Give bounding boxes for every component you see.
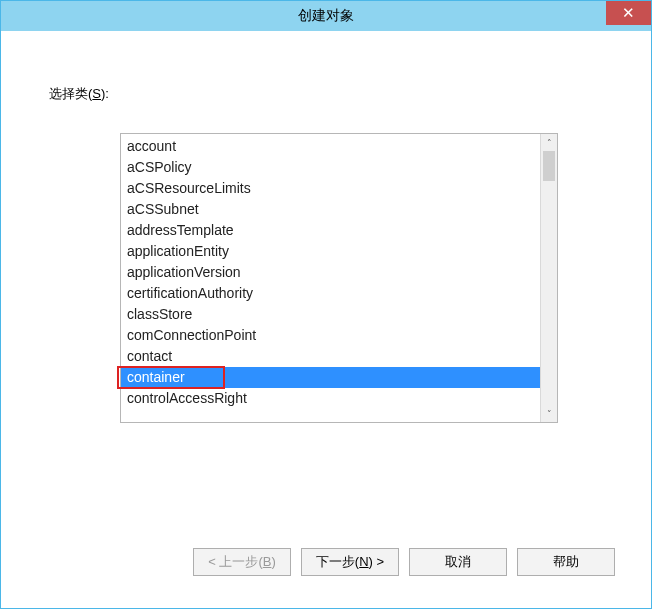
label-prefix: 选择类( (49, 86, 92, 101)
list-item[interactable]: container (121, 367, 540, 388)
inner-area: 选择类(S): accountaCSPolicyaCSResourceLimit… (15, 45, 637, 532)
list-item[interactable]: certificationAuthority (121, 283, 540, 304)
list-item[interactable]: comConnectionPoint (121, 325, 540, 346)
dialog-window: 创建对象 ✕ 选择类(S): accountaCSPolicyaCSResour… (0, 0, 652, 609)
content-area: 选择类(S): accountaCSPolicyaCSResourceLimit… (1, 31, 651, 608)
chevron-down-icon: ˅ (547, 409, 552, 419)
next-button[interactable]: 下一步(N) > (301, 548, 399, 576)
list-inner: accountaCSPolicyaCSResourceLimitsaCSSubn… (121, 134, 540, 422)
cancel-button[interactable]: 取消 (409, 548, 507, 576)
back-pre: < 上一步( (208, 554, 263, 569)
next-post: ) > (369, 554, 385, 569)
button-row: < 上一步(B) 下一步(N) > 取消 帮助 (15, 532, 637, 594)
close-icon: ✕ (622, 4, 635, 22)
help-button[interactable]: 帮助 (517, 548, 615, 576)
list-item[interactable]: classStore (121, 304, 540, 325)
list-item[interactable]: contact (121, 346, 540, 367)
list-item[interactable]: aCSSubnet (121, 199, 540, 220)
scroll-up-button[interactable]: ˄ (541, 134, 557, 151)
next-pre: 下一步( (316, 554, 359, 569)
list-item[interactable]: addressTemplate (121, 220, 540, 241)
next-mnemonic: N (359, 554, 368, 569)
list-item[interactable]: aCSResourceLimits (121, 178, 540, 199)
back-button[interactable]: < 上一步(B) (193, 548, 291, 576)
chevron-up-icon: ˄ (547, 138, 552, 148)
list-item[interactable]: account (121, 136, 540, 157)
label-suffix: ): (101, 86, 109, 101)
class-listbox[interactable]: accountaCSPolicyaCSResourceLimitsaCSSubn… (120, 133, 558, 423)
list-item[interactable]: applicationVersion (121, 262, 540, 283)
scroll-down-button[interactable]: ˅ (541, 405, 557, 422)
label-mnemonic: S (92, 86, 101, 101)
scrollbar-vertical[interactable]: ˄ ˅ (540, 134, 557, 422)
select-class-label: 选择类(S): (49, 85, 607, 103)
title-bar: 创建对象 ✕ (1, 1, 651, 31)
close-button[interactable]: ✕ (606, 1, 651, 25)
window-title: 创建对象 (1, 7, 651, 25)
back-post: ) (271, 554, 275, 569)
scroll-thumb[interactable] (543, 151, 555, 181)
scroll-track[interactable] (541, 151, 557, 405)
list-item[interactable]: aCSPolicy (121, 157, 540, 178)
list-item[interactable]: applicationEntity (121, 241, 540, 262)
list-item[interactable]: controlAccessRight (121, 388, 540, 409)
